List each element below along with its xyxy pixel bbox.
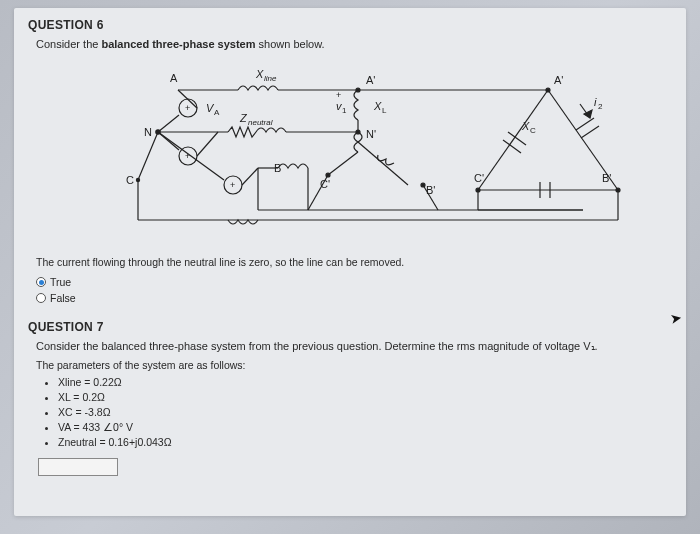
param-xl: XL = 0.2Ω bbox=[58, 390, 672, 405]
svg-line-15 bbox=[197, 132, 218, 156]
svg-line-6 bbox=[158, 115, 179, 132]
q7-sub: The parameters of the system are as foll… bbox=[36, 359, 672, 371]
svg-text:+: + bbox=[230, 180, 235, 190]
circuit-diagram: + + + bbox=[78, 60, 638, 240]
q6-prompt-pre: Consider the bbox=[36, 38, 101, 50]
svg-text:X: X bbox=[373, 100, 382, 112]
svg-text:+: + bbox=[185, 103, 190, 113]
svg-text:X: X bbox=[521, 120, 530, 132]
svg-text:B': B' bbox=[426, 184, 435, 196]
svg-text:X: X bbox=[255, 68, 264, 80]
svg-text:i: i bbox=[594, 96, 597, 108]
svg-point-44 bbox=[546, 88, 550, 92]
q7-parameter-list: Xline = 0.22Ω XL = 0.2Ω XC = -3.8Ω VA = … bbox=[58, 375, 672, 450]
q6-options: True False bbox=[36, 274, 672, 306]
q7-prompt: Consider the balanced three-phase system… bbox=[36, 340, 672, 353]
svg-text:C': C' bbox=[320, 178, 330, 190]
q6-prompt-bold: balanced three-phase system bbox=[101, 38, 255, 50]
option-label: False bbox=[50, 290, 76, 306]
param-xc: XC = -3.8Ω bbox=[58, 405, 672, 420]
svg-text:Z: Z bbox=[239, 112, 248, 124]
svg-line-22 bbox=[138, 132, 158, 180]
param-va: VA = 433 ∠0° V bbox=[58, 420, 672, 435]
svg-text:N': N' bbox=[366, 128, 376, 140]
q6-prompt-post: shown below. bbox=[256, 38, 325, 50]
radio-icon bbox=[36, 277, 46, 287]
svg-text:C: C bbox=[126, 174, 134, 186]
svg-text:neutral: neutral bbox=[248, 118, 273, 127]
q7-title: QUESTION 7 bbox=[28, 320, 672, 334]
q6-prompt: Consider the balanced three-phase system… bbox=[36, 38, 672, 50]
svg-text:1: 1 bbox=[342, 106, 347, 115]
q6-title: QUESTION 6 bbox=[28, 18, 672, 32]
svg-text:line: line bbox=[264, 74, 277, 83]
svg-text:B: B bbox=[274, 162, 281, 174]
option-label: True bbox=[50, 274, 71, 290]
svg-line-8 bbox=[158, 132, 224, 180]
svg-text:B': B' bbox=[602, 172, 611, 184]
answer-input[interactable] bbox=[38, 458, 118, 476]
q6-statement: The current flowing through the neutral … bbox=[36, 256, 672, 268]
svg-line-40 bbox=[576, 118, 594, 130]
svg-text:A': A' bbox=[554, 74, 563, 86]
svg-line-41 bbox=[581, 126, 599, 138]
q6-option-false[interactable]: False bbox=[36, 290, 672, 306]
q6-option-true[interactable]: True bbox=[36, 274, 672, 290]
svg-line-19 bbox=[242, 168, 258, 185]
radio-icon bbox=[36, 293, 46, 303]
svg-text:C: C bbox=[530, 126, 536, 135]
svg-text:A': A' bbox=[366, 74, 375, 86]
svg-text:L: L bbox=[382, 106, 387, 115]
cursor-icon: ➤ bbox=[669, 309, 684, 327]
svg-line-35 bbox=[478, 90, 548, 190]
question-sheet: QUESTION 6 Consider the balanced three-p… bbox=[14, 8, 686, 516]
param-xline: Xline = 0.22Ω bbox=[58, 375, 672, 390]
svg-point-52 bbox=[136, 178, 140, 182]
svg-line-29 bbox=[358, 142, 408, 185]
param-zneutral: Zneutral = 0.16+j0.043Ω bbox=[58, 435, 672, 450]
svg-text:A: A bbox=[170, 72, 178, 84]
svg-text:+: + bbox=[336, 90, 341, 100]
svg-line-28 bbox=[328, 152, 358, 175]
svg-text:2: 2 bbox=[598, 102, 603, 111]
svg-text:N: N bbox=[144, 126, 152, 138]
svg-text:C': C' bbox=[474, 172, 484, 184]
svg-text:A: A bbox=[214, 108, 220, 117]
